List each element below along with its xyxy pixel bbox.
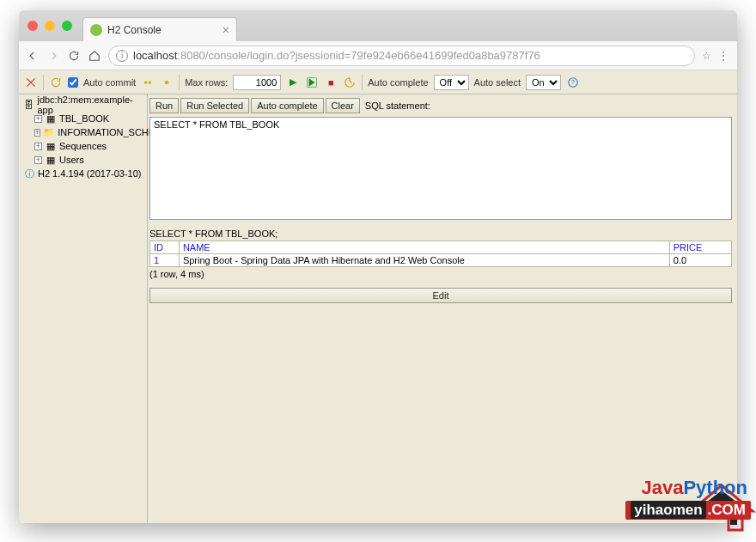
url-host: localhost [133, 49, 177, 62]
browser-tab-strip: H2 Console × [19, 10, 737, 41]
close-window-button[interactable] [27, 21, 38, 31]
minimize-window-button[interactable] [45, 21, 55, 31]
rollback-icon[interactable] [141, 76, 155, 89]
sql-textarea[interactable]: SELECT * FROM TBL_BOOK [149, 117, 732, 220]
tree-item-schema[interactable]: + 📁 INFORMATION_SCHEMA [22, 125, 143, 139]
tree-label: Users [59, 155, 84, 165]
svg-text:?: ? [571, 79, 575, 85]
browser-tab[interactable]: H2 Console × [82, 17, 237, 41]
auto-complete-button[interactable]: Auto complete [251, 98, 323, 113]
browser-menu-icon[interactable]: ⋮ [718, 50, 730, 62]
h2-favicon-icon [90, 24, 102, 36]
h2-console-app: Auto commit Max rows: ▶ ■ Auto complete … [19, 70, 737, 523]
back-button[interactable] [26, 49, 40, 63]
auto-complete-select[interactable]: Off [434, 75, 469, 90]
executed-sql-label: SELECT * FROM TBL_BOOK; [149, 228, 732, 239]
sql-button-row: Run Run Selected Auto complete Clear SQL… [149, 96, 732, 117]
cell-price: 0.0 [669, 254, 731, 267]
grid-icon: ▦ [46, 141, 56, 151]
database-icon: 🗄 [24, 100, 34, 110]
col-id[interactable]: ID [150, 241, 180, 254]
max-rows-label: Max rows: [185, 77, 228, 88]
watermark-line1: JavaPython [641, 477, 747, 499]
sql-statement-label: SQL statement: [365, 100, 430, 111]
browser-toolbar: i localhost:8080/console/login.do?jsessi… [19, 41, 737, 70]
reload-button[interactable] [67, 49, 81, 63]
auto-select-select[interactable]: On [526, 75, 561, 90]
commit-icon[interactable] [160, 76, 174, 89]
maximize-window-button[interactable] [62, 21, 72, 31]
stop-icon[interactable]: ■ [324, 76, 338, 89]
address-bar[interactable]: i localhost:8080/console/login.do?jsessi… [108, 46, 695, 66]
svg-point-0 [144, 81, 148, 84]
expander-icon[interactable]: + [34, 156, 42, 164]
disconnect-icon[interactable] [24, 76, 38, 89]
separator [43, 75, 44, 90]
tree-item-users[interactable]: + ▦ Users [22, 153, 143, 167]
run-icon[interactable]: ▶ [286, 76, 300, 89]
cell-name: Spring Boot - Spring Data JPA with Hiber… [179, 254, 669, 267]
version-label: H2 1.4.194 (2017-03-10) [38, 168, 141, 179]
tree-item-sequences[interactable]: + ▦ Sequences [22, 139, 143, 153]
jdbc-url-label: jdbc:h2:mem:example-app [37, 94, 143, 115]
run-selected-button[interactable]: Run Selected [180, 98, 249, 113]
cell-id: 1 [150, 254, 180, 267]
svg-point-1 [149, 81, 152, 84]
tree-label: TBL_BOOK [59, 113, 109, 124]
close-tab-icon[interactable]: × [223, 23, 229, 37]
result-table: ID NAME PRICE 1 Spring Boot - Spring Dat… [149, 241, 732, 267]
clear-button[interactable]: Clear [326, 98, 360, 113]
bookmark-icon[interactable]: ☆ [702, 50, 711, 62]
h2-toolbar: Auto commit Max rows: ▶ ■ Auto complete … [19, 70, 737, 94]
jdbc-url-row[interactable]: 🗄 jdbc:h2:mem:example-app [22, 98, 143, 112]
max-rows-input[interactable] [233, 75, 281, 90]
url-port: :8080 [177, 49, 205, 62]
result-stats: (1 row, 4 ms) [149, 269, 732, 279]
grid-icon: ▦ [46, 155, 56, 165]
expander-icon[interactable]: + [34, 143, 42, 150]
separator [362, 75, 363, 90]
col-name[interactable]: NAME [179, 241, 669, 254]
auto-complete-label: Auto complete [368, 77, 428, 88]
help-icon[interactable]: ? [566, 76, 580, 89]
watermark-line2: yihaomen.COM [625, 501, 751, 520]
run-button[interactable]: Run [149, 98, 179, 113]
auto-commit-checkbox[interactable] [68, 77, 78, 88]
folder-icon: 📁 [44, 127, 54, 137]
home-button[interactable] [88, 49, 101, 63]
svg-point-2 [165, 80, 169, 84]
forward-button[interactable] [46, 49, 60, 63]
schema-tree: 🗄 jdbc:h2:mem:example-app + ▦ TBL_BOOK +… [19, 94, 148, 523]
svg-marker-3 [309, 78, 315, 86]
run-selected-icon[interactable] [305, 76, 319, 89]
version-row: ⓘ H2 1.4.194 (2017-03-10) [22, 167, 143, 180]
url-path: /console/login.do?jsessionid=79fe924eb66… [205, 49, 540, 62]
site-info-icon[interactable]: i [116, 50, 128, 62]
watermark: JavaPython yihaomen.COM [687, 482, 756, 533]
table-header-row: ID NAME PRICE [150, 241, 732, 254]
expander-icon[interactable]: + [34, 129, 40, 137]
auto-select-label: Auto select [474, 77, 521, 88]
refresh-icon[interactable] [49, 76, 63, 89]
auto-commit-label: Auto commit [83, 77, 136, 88]
info-icon: ⓘ [24, 168, 34, 179]
separator [179, 75, 180, 90]
table-row[interactable]: 1 Spring Boot - Spring Data JPA with Hib… [150, 254, 732, 267]
tree-label: Sequences [59, 141, 107, 151]
sql-panel: Run Run Selected Auto complete Clear SQL… [148, 94, 737, 523]
edit-button[interactable]: Edit [149, 288, 732, 303]
expander-icon[interactable]: + [34, 115, 42, 123]
window-controls [27, 21, 72, 31]
table-icon: ▦ [46, 113, 56, 124]
col-price[interactable]: PRICE [669, 241, 731, 254]
history-icon[interactable] [343, 76, 357, 89]
tab-title: H2 Console [107, 24, 162, 36]
